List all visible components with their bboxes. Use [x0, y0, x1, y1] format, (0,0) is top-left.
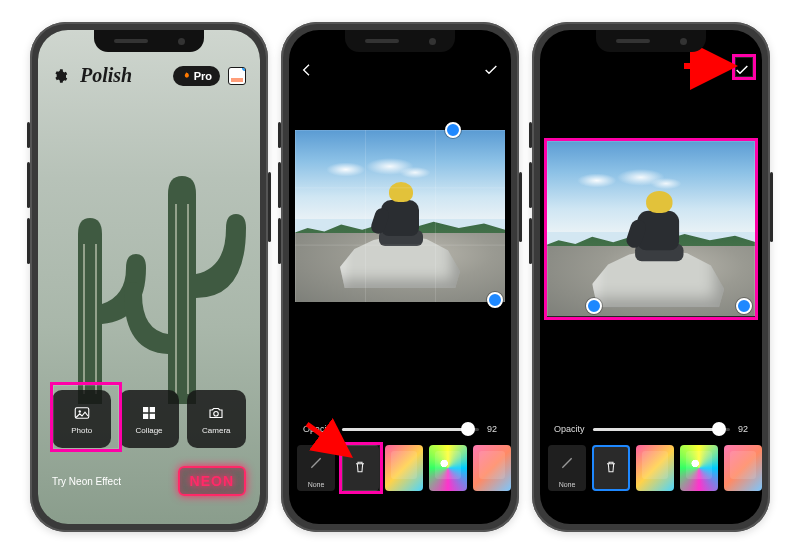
- pro-badge[interactable]: Pro: [173, 66, 220, 86]
- try-neon-label[interactable]: Try Neon Effect: [52, 476, 121, 487]
- bg-preset-1[interactable]: [636, 445, 674, 491]
- opacity-slider[interactable]: [593, 428, 730, 431]
- check-icon: [483, 62, 499, 78]
- slider-thumb-icon[interactable]: [461, 422, 475, 436]
- editor-top-bar: [550, 58, 752, 82]
- trash-icon: [603, 459, 619, 475]
- home-footer: Try Neon Effect NEON: [52, 466, 246, 496]
- notch: [345, 30, 455, 52]
- notch: [94, 30, 204, 52]
- bg-delete-button[interactable]: [592, 445, 630, 491]
- neon-badge[interactable]: NEON: [178, 466, 246, 496]
- slash-icon: [559, 455, 575, 471]
- opacity-value: 92: [487, 424, 497, 434]
- background-thumb-row: None: [297, 442, 511, 494]
- bg-preset-3[interactable]: [473, 445, 511, 491]
- svg-line-11: [311, 458, 320, 467]
- bg-preset-2[interactable]: [429, 445, 467, 491]
- highlight-delete-thumb: [339, 442, 383, 494]
- opacity-label: Opacity: [554, 424, 585, 434]
- scale-handle-icon[interactable]: [487, 292, 503, 308]
- editor-canvas[interactable]: [295, 130, 505, 302]
- app-name: Polish: [80, 64, 132, 87]
- bg-none-label: None: [308, 481, 325, 488]
- background-thumb-row: None: [548, 442, 762, 494]
- back-icon[interactable]: [299, 62, 315, 78]
- bg-none-button[interactable]: None: [297, 445, 335, 491]
- rotate-handle-icon[interactable]: [445, 122, 461, 138]
- svg-rect-6: [143, 407, 148, 412]
- tutorial-row: Polish Pro Photo Collage: [30, 22, 770, 536]
- slider-thumb-icon[interactable]: [712, 422, 726, 436]
- opacity-label: Opacity: [303, 424, 334, 434]
- bg-none-label: None: [559, 481, 576, 488]
- pro-label: Pro: [194, 70, 212, 82]
- phone-step-3: Opacity 92 None: [532, 22, 770, 532]
- notch: [596, 30, 706, 52]
- collage-button-label: Collage: [135, 426, 162, 435]
- bg-preset-1[interactable]: [385, 445, 423, 491]
- svg-rect-9: [150, 413, 155, 418]
- highlight-edited-canvas: [544, 138, 758, 320]
- flame-icon: [181, 71, 191, 81]
- highlight-confirm-button: [732, 54, 756, 80]
- phone-step-1: Polish Pro Photo Collage: [30, 22, 268, 532]
- phone-step-2: Opacity 92 None: [281, 22, 519, 532]
- camera-button-label: Camera: [202, 426, 230, 435]
- photo-subject[interactable]: [340, 178, 460, 288]
- svg-line-12: [562, 458, 571, 467]
- opacity-slider[interactable]: [342, 428, 479, 431]
- edited-photo: [295, 130, 505, 302]
- bg-preset-2[interactable]: [680, 445, 718, 491]
- camera-button[interactable]: Camera: [187, 390, 246, 448]
- svg-rect-7: [150, 407, 155, 412]
- bg-preset-3[interactable]: [724, 445, 762, 491]
- bg-none-button[interactable]: None: [548, 445, 586, 491]
- collage-icon: [140, 404, 158, 422]
- collage-button[interactable]: Collage: [119, 390, 178, 448]
- svg-point-10: [214, 411, 219, 416]
- editor-top-bar: [299, 58, 501, 82]
- gallery-shortcut-icon[interactable]: [228, 67, 246, 85]
- confirm-button[interactable]: [481, 60, 501, 80]
- settings-icon[interactable]: [52, 68, 68, 84]
- home-header: Polish Pro: [52, 64, 246, 87]
- opacity-value: 92: [738, 424, 748, 434]
- opacity-control: Opacity 92: [554, 424, 748, 434]
- svg-rect-8: [143, 413, 148, 418]
- opacity-control: Opacity 92: [303, 424, 497, 434]
- slash-icon: [308, 455, 324, 471]
- highlight-photo-button: [50, 382, 122, 452]
- camera-icon: [207, 404, 225, 422]
